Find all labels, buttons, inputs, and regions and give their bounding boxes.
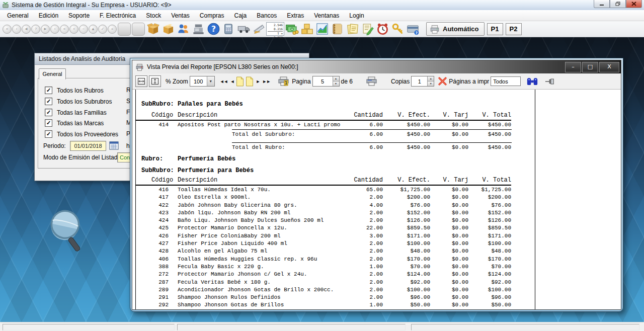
preview-minimize-button[interactable]: – — [565, 62, 581, 72]
record-nav-button[interactable]: ✓ — [98, 25, 107, 34]
record-nav-button[interactable]: « — [3, 25, 12, 34]
card-help-icon[interactable]: ? — [405, 22, 420, 37]
product-box-icon[interactable] — [160, 22, 176, 37]
status-panel-1 — [3, 324, 175, 330]
record-nav-button[interactable]: − — [79, 25, 88, 34]
checkbox-todos-proveedores[interactable]: ✓ Todos los Proveedores — [45, 130, 118, 138]
cash-register-icon[interactable] — [191, 22, 206, 37]
access-key-icon[interactable] — [390, 22, 405, 37]
open-box-icon[interactable] — [145, 22, 160, 37]
checkbox-icon[interactable]: ✓ — [45, 119, 52, 127]
alarm-clock-icon[interactable] — [375, 22, 390, 37]
pages-to-print-input[interactable]: Todos — [491, 76, 521, 86]
money-icon[interactable] — [284, 22, 299, 37]
menu-item-compras[interactable]: Compras — [195, 10, 229, 21]
fit-height-button[interactable] — [149, 75, 161, 87]
statistics-icon[interactable] — [314, 22, 330, 37]
print-current-page-button[interactable]: 1 — [277, 76, 290, 87]
menu-item-stock[interactable]: Stock — [141, 10, 166, 21]
page-thumbnail-icon[interactable] — [236, 76, 244, 87]
spin-up-icon[interactable]: ▲ — [333, 76, 339, 81]
menu-item-ventas[interactable]: Ventas — [166, 10, 195, 21]
pos-terminal-icon[interactable] — [221, 22, 236, 37]
copies-spinner[interactable]: 1 ▲▼ — [411, 76, 434, 87]
record-nav-button[interactable]: ▲ — [89, 25, 98, 34]
preview-maximize-button[interactable]: □ — [582, 62, 598, 72]
minimize-button[interactable] — [594, 0, 610, 8]
menu-item-login[interactable]: Login — [344, 10, 369, 21]
record-nav-button[interactable]: ► — [41, 25, 50, 34]
search-binoculars-icon[interactable] — [526, 76, 538, 86]
spin-down-icon[interactable]: ▼ — [333, 81, 339, 86]
zoom-combobox[interactable]: 100 ▼ — [190, 76, 215, 87]
periodo-date-field[interactable]: 01/01/2018 — [70, 141, 106, 151]
record-nav-button[interactable]: ‹ — [12, 25, 21, 34]
blank-tool-button-2[interactable] — [132, 23, 145, 36]
checkbox-todos-subrubros[interactable]: ✓ Todos los Subrubros — [45, 98, 112, 105]
stock-boxes-icon[interactable] — [299, 22, 314, 37]
p1-button[interactable]: P1 — [487, 23, 503, 35]
close-button[interactable] — [626, 0, 642, 8]
pin-icon[interactable] — [545, 78, 555, 85]
record-nav-button[interactable]: × — [108, 25, 117, 34]
fit-width-button[interactable] — [135, 75, 147, 87]
calendar-icon[interactable] — [109, 140, 119, 150]
edit-note-icon[interactable] — [360, 22, 375, 37]
total-subrubro-row: Total del Subrubro: 6.00 $450.00 $0.00 $… — [141, 131, 514, 138]
preview-page-area[interactable]: Listado de Analisis de Auditoria - 01/01… — [132, 90, 621, 309]
page-thumbnail-icon-2[interactable] — [246, 76, 254, 87]
measure-icon[interactable] — [251, 22, 266, 37]
menu-item-bancos[interactable]: Bancos — [252, 10, 282, 21]
checkbox-todas-familias[interactable]: ✓ Todas las Familias — [45, 109, 107, 116]
auto-print-button[interactable]: Automático — [426, 22, 485, 36]
record-nav-button[interactable]: » — [60, 25, 69, 34]
checkbox-icon[interactable]: ✓ — [45, 109, 52, 116]
menu-item-soporte[interactable]: Soporte — [63, 10, 95, 21]
checkbox-icon[interactable]: ✓ — [45, 98, 52, 105]
report-rows-first: 414Apositos Post parto Nosotras x 10u. +… — [141, 122, 514, 129]
menu-item-f-electr-nica[interactable]: F. Electrónica — [95, 10, 141, 21]
help-icon[interactable]: ? — [206, 22, 221, 37]
report-row: 292Shampoo Jhonson Gotas de Brillos1.00$… — [141, 302, 514, 309]
prev-page-button[interactable]: ◄ — [230, 79, 235, 84]
customers-icon[interactable] — [176, 22, 191, 37]
table-header-row: CódigoDescripciónCantidadV. Efect.V. Tar… — [141, 112, 514, 119]
dropdown-arrow-icon[interactable]: ▼ — [207, 76, 214, 86]
cancel-icon[interactable] — [438, 76, 447, 86]
record-nav-button[interactable]: ? — [31, 25, 40, 34]
restore-button[interactable] — [610, 0, 626, 8]
checkbox-todas-marcas[interactable]: ✓ Todas las Marcas — [45, 119, 104, 127]
blank-tool-button-1[interactable] — [118, 23, 131, 36]
record-nav-button[interactable]: ◄ — [22, 25, 31, 34]
menu-item-ventanas[interactable]: Ventanas — [309, 10, 344, 21]
checkbox-todos-rubros[interactable]: ✓ Todos los Rubros — [45, 87, 104, 94]
spin-down-icon[interactable]: ▼ — [428, 81, 434, 86]
page-spinner[interactable]: 5 ▲▼ — [312, 76, 340, 87]
checkbox-icon[interactable]: ✓ — [45, 130, 52, 138]
notes-icon[interactable] — [345, 22, 360, 37]
preview-titlebar[interactable]: Vista Previa del Reporte [EPSON L380 Ser… — [132, 60, 621, 73]
checkbox-label: Todas las Marcas — [57, 120, 104, 127]
preview-close-button[interactable]: X — [599, 62, 619, 72]
column-header: Descripción — [178, 112, 217, 119]
menu-item-edici-n[interactable]: Edición — [34, 10, 63, 21]
p2-button[interactable]: P2 — [506, 23, 522, 35]
delivery-truck-icon[interactable] — [236, 22, 251, 37]
copies-label: Copias — [391, 78, 410, 85]
menu-item-general[interactable]: General — [2, 10, 34, 21]
contacts-book-icon[interactable] — [330, 22, 345, 37]
tab-general[interactable]: General — [39, 68, 66, 79]
menu-item-caja[interactable]: Caja — [229, 10, 252, 21]
record-nav-button[interactable]: › — [50, 25, 59, 34]
spin-up-icon[interactable]: ▲ — [428, 76, 434, 81]
record-nav-button[interactable]: + — [69, 25, 78, 34]
last-page-button[interactable]: ►► — [262, 79, 271, 84]
next-page-button[interactable]: ► — [255, 79, 260, 84]
checkbox-icon[interactable]: ✓ — [45, 87, 52, 94]
print-button[interactable] — [365, 76, 378, 87]
record-nav-group: «‹◄?►›»+−▲✓× — [3, 25, 117, 34]
menu-item-extras[interactable]: Extras — [282, 10, 309, 21]
first-page-button[interactable]: ◄◄ — [219, 79, 228, 84]
report-row: 388Fecula Baby Basic x 220 g.1.00$70.00$… — [141, 264, 514, 271]
page-label: Pagina — [292, 78, 310, 85]
